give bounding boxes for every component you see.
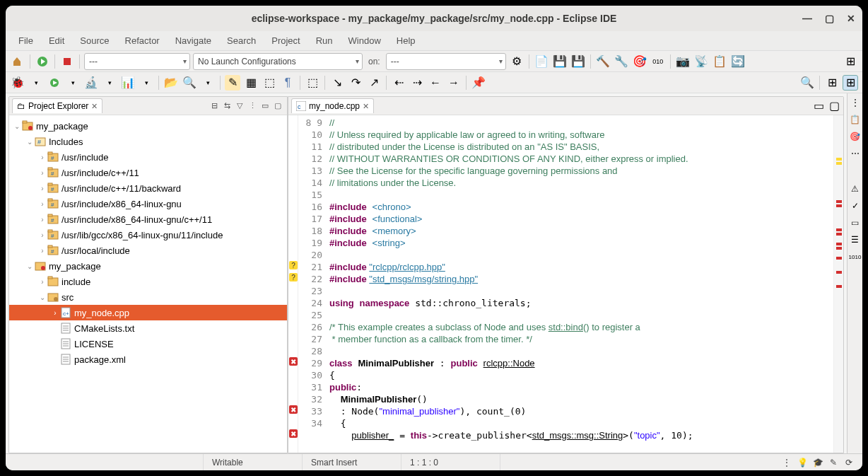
tree-item[interactable]: ⌄#Includes	[9, 134, 287, 149]
project-tree[interactable]: ⌄my_package⌄#Includes›#/usr/include›#/us…	[9, 115, 287, 453]
new-icon[interactable]: 📄	[534, 54, 549, 69]
launch-mode-dropdown[interactable]: ---	[84, 53, 190, 70]
build-hammer-icon[interactable]: 🔨	[595, 54, 611, 69]
tree-item[interactable]: ›#/usr/include/c++/11/backward	[9, 180, 287, 196]
project-explorer-tab[interactable]: 🗀 Project Explorer ✕	[12, 98, 102, 113]
tree-twisty[interactable]: ⌄	[12, 122, 22, 130]
minimize-button[interactable]: —	[802, 13, 812, 24]
overview-ruler[interactable]	[833, 115, 843, 453]
warning-marker[interactable]: ?	[289, 273, 298, 281]
error-marker[interactable]: ✖	[289, 429, 298, 438]
tree-item[interactable]: package.xml	[9, 352, 287, 367]
perspective-switch-icon[interactable]: ⊞	[824, 75, 840, 91]
target-trim-icon[interactable]: 🎯	[849, 130, 862, 143]
tree-item[interactable]: ›#/usr/lib/gcc/x86_64-linux-gnu/11/inclu…	[9, 227, 287, 243]
status-menu-icon[interactable]: ⋮	[779, 455, 794, 470]
tree-item[interactable]: ›#/usr/include	[9, 149, 287, 165]
sync-icon[interactable]: ⟳	[841, 455, 857, 470]
minimize-editor-icon[interactable]: ▭	[814, 99, 825, 112]
menu-help[interactable]: Help	[389, 33, 423, 49]
back-icon[interactable]: ←	[428, 75, 443, 91]
tree-item[interactable]: LICENSE	[9, 336, 287, 352]
minimize-view-icon[interactable]: ▭	[259, 100, 271, 112]
code-editor[interactable]: // // Unless required by applicable law …	[327, 115, 833, 453]
tip-icon[interactable]: 💡	[794, 455, 810, 470]
warning-marker[interactable]: ?	[289, 261, 298, 269]
run-small-icon[interactable]	[47, 75, 62, 91]
tree-twisty[interactable]: ›	[37, 231, 47, 239]
show-whitespace-icon[interactable]: ⬚	[262, 75, 277, 91]
stop-icon[interactable]	[59, 54, 75, 69]
editor-tab[interactable]: c my_node.cpp ✕	[291, 98, 374, 113]
refresh-icon[interactable]: 🔄	[730, 54, 746, 69]
cpp-perspective-icon[interactable]: ⊞	[843, 75, 858, 91]
menu-run[interactable]: Run	[309, 33, 340, 49]
tree-item[interactable]: ⌄src	[9, 289, 287, 305]
tree-item[interactable]: CMakeLists.txt	[9, 320, 287, 336]
step-over-icon[interactable]: ↷	[348, 75, 363, 91]
tree-twisty[interactable]: ⌄	[25, 138, 35, 146]
academy-icon[interactable]: 🎓	[810, 455, 826, 470]
step-return-icon[interactable]: ↗	[366, 75, 382, 91]
outline-view-icon[interactable]: 📋	[849, 113, 862, 126]
menu-source[interactable]: Source	[73, 33, 116, 49]
chevron-down-icon[interactable]: ▾	[102, 75, 117, 91]
error-marker[interactable]: ✖	[289, 357, 298, 366]
menu-navigate[interactable]: Navigate	[168, 33, 218, 49]
open-perspective-icon[interactable]: ⊞	[843, 54, 858, 69]
tree-twisty[interactable]: ›	[37, 185, 47, 192]
menu-project[interactable]: Project	[264, 33, 307, 49]
tree-item[interactable]: ›c+my_node.cpp	[9, 305, 287, 320]
tree-twisty[interactable]: ›	[37, 247, 47, 255]
menu-edit[interactable]: Edit	[42, 33, 71, 49]
tree-twisty[interactable]: ›	[37, 153, 47, 161]
tree-twisty[interactable]: ›	[37, 169, 47, 177]
toggle-mark-icon[interactable]: ✎	[225, 75, 240, 91]
more-icon[interactable]: ⋯	[849, 147, 862, 160]
error-marker[interactable]: ✖	[289, 405, 298, 414]
wrap-icon[interactable]: ⬚	[305, 75, 320, 91]
run-icon[interactable]	[35, 54, 50, 69]
maximize-editor-icon[interactable]: ▢	[829, 99, 840, 112]
chevron-down-icon[interactable]: ▾	[65, 75, 81, 91]
forward-icon[interactable]: →	[446, 75, 462, 91]
link-editor-icon[interactable]: ⇆	[221, 100, 233, 112]
chevron-down-icon[interactable]: ▾	[28, 75, 44, 91]
build-icon[interactable]	[10, 54, 25, 69]
tasks-icon[interactable]: ✓	[849, 199, 862, 212]
step-into-icon[interactable]: ↘	[329, 75, 345, 91]
prev-edit-icon[interactable]: ⇠	[391, 75, 406, 91]
menu-window[interactable]: Window	[341, 33, 388, 49]
coverage-icon[interactable]: 📊	[120, 75, 136, 91]
camera-icon[interactable]: 📷	[675, 54, 691, 69]
save-all-icon[interactable]: 💾	[570, 54, 586, 69]
tree-item[interactable]: ›#/usr/include/c++/11	[9, 165, 287, 180]
tree-item[interactable]: ⌄my_package	[9, 118, 287, 134]
tree-twisty[interactable]: ›	[37, 278, 47, 286]
outline-icon[interactable]: ⋮	[849, 96, 862, 109]
launch-target-dropdown[interactable]: ---	[386, 53, 506, 70]
edit-status-icon[interactable]: ✎	[826, 455, 841, 470]
tree-twisty[interactable]: ⌄	[25, 262, 35, 270]
close-icon[interactable]: ✕	[91, 102, 98, 111]
wrench-icon[interactable]: 🔧	[614, 54, 629, 69]
open-type-icon[interactable]: 📂	[163, 75, 179, 91]
console-icon[interactable]: ▭	[849, 216, 862, 229]
chevron-down-icon[interactable]: ▾	[139, 75, 154, 91]
tree-item[interactable]: ›include	[9, 274, 287, 289]
maximize-view-icon[interactable]: ▢	[272, 100, 283, 112]
clipboard-icon[interactable]: 📋	[712, 54, 727, 69]
close-icon[interactable]: ✕	[363, 102, 369, 111]
pin-icon[interactable]: 📌	[471, 75, 486, 91]
feed-icon[interactable]: 📡	[693, 54, 709, 69]
collapse-all-icon[interactable]: ⊟	[209, 100, 220, 112]
tree-item[interactable]: ›#/usr/include/x86_64-linux-gnu	[9, 196, 287, 211]
binary-icon[interactable]: 010	[650, 54, 666, 69]
tree-item[interactable]: ⌄my_package	[9, 258, 287, 274]
tree-item[interactable]: ›#/usr/include/x86_64-linux-gnu/c++/11	[9, 211, 287, 227]
close-button[interactable]: ✕	[847, 13, 855, 24]
bin-trim-icon[interactable]: 1010	[849, 250, 862, 263]
tree-twisty[interactable]: ›	[37, 200, 47, 208]
chevron-down-icon[interactable]: ▾	[200, 75, 216, 91]
gear-icon[interactable]: ⚙	[509, 54, 524, 69]
